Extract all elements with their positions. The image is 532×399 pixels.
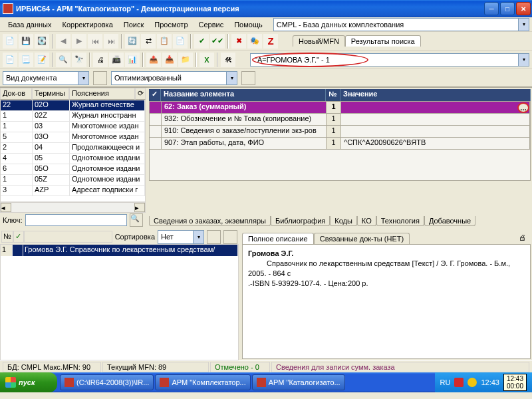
dict-row[interactable]: 105ZОднотомное издани (1, 175, 145, 186)
checks-icon[interactable]: ✔✔ (210, 34, 225, 49)
save-icon[interactable]: 💾 (19, 34, 33, 49)
dict-row[interactable]: 204Продолжающееся и (1, 143, 145, 154)
menu-database[interactable]: База данных (3, 19, 57, 30)
section-tab[interactable]: Технология (376, 216, 424, 226)
prev-icon[interactable]: ◀ (56, 34, 70, 49)
search-query-box[interactable]: "A=ГРОМОВА Э.Г." - 1 (250, 53, 529, 66)
dict-row[interactable]: 103Многотомное издан (1, 122, 145, 132)
paste-icon[interactable]: 📄 (173, 34, 188, 49)
chevron-down-icon[interactable] (193, 231, 203, 243)
z-icon[interactable]: Z (263, 34, 278, 49)
section-tab[interactable]: КО (357, 216, 376, 226)
field-row[interactable]: 62: Заказ (суммарный)1 (150, 102, 530, 114)
optimized-button[interactable] (241, 71, 255, 85)
section-tab[interactable]: Добавочные (424, 216, 475, 226)
dict-hscroll[interactable]: ◂ ▸ (0, 202, 146, 213)
menu-service[interactable]: Сервис (194, 19, 229, 30)
dict-row[interactable]: 605OОднотомное издани (1, 164, 145, 175)
view-doc-combo[interactable]: Вид документа (3, 71, 89, 85)
fields-col-value[interactable]: Значение (340, 89, 531, 101)
search2-icon[interactable]: 🔍 (56, 53, 70, 67)
report-icon[interactable]: 📊 (125, 53, 140, 67)
chevron-down-icon[interactable] (518, 54, 529, 66)
section-tab[interactable]: Коды (330, 216, 357, 226)
dict-col-terms[interactable]: Термины (32, 88, 69, 100)
system-tray[interactable]: RU 12:43 12:43 00:00 (435, 372, 532, 392)
dictionary-body[interactable]: 2202OЖурнал отечестве102ZЖурнал иностран… (0, 100, 146, 202)
ellipsis-button[interactable]: … (517, 102, 529, 113)
key-search-button[interactable]: 🔍 (130, 213, 143, 227)
close-button[interactable]: ✕ (516, 2, 531, 15)
dict-row[interactable]: 102ZЖурнал иностранн (1, 111, 145, 122)
printq-icon[interactable]: 📠 (109, 53, 124, 67)
first-icon[interactable]: ⏮ (88, 34, 102, 49)
fields-col-name[interactable]: Название элемента (161, 89, 326, 101)
minimize-button[interactable]: ─ (484, 2, 499, 15)
section-tab[interactable]: Сведения о заказах, экземпляры (149, 216, 271, 226)
doc1-icon[interactable]: 📄 (3, 53, 17, 67)
chevron-down-icon[interactable] (78, 72, 88, 84)
dict-col-expl[interactable]: Пояснения (69, 88, 135, 100)
scroll-right-icon[interactable]: ▸ (134, 203, 145, 212)
export-icon[interactable]: 📤 (146, 53, 161, 67)
section-tab[interactable]: Библиография (271, 216, 330, 226)
delete-icon[interactable]: ✖ (231, 34, 246, 49)
dict-col-count[interactable]: Док-ов (0, 88, 32, 100)
field-row[interactable]: 910: Сведения о заказе/поступлении экз-р… (150, 126, 530, 138)
refresh-icon[interactable]: 🔄 (125, 34, 140, 49)
taskbar-task[interactable]: (C:\IR64-2008(3))\IR... (60, 374, 154, 390)
res-col-n[interactable]: № (1, 231, 13, 243)
dict-row[interactable]: 405Однотомное издани (1, 154, 145, 164)
field-row[interactable]: 907: Этап работы, дата, ФИО1^CПК^A200906… (150, 138, 530, 150)
doc2-icon[interactable]: 📃 (19, 53, 33, 67)
next-icon[interactable]: ▶ (72, 34, 86, 49)
fields-body[interactable]: 62: Заказ (суммарный)1932: Обозначение и… (149, 101, 531, 181)
tray-shield-icon[interactable] (454, 378, 464, 387)
tray-lang[interactable]: RU (440, 378, 451, 386)
dict-refresh-icon[interactable]: ⟳ (135, 88, 146, 100)
tab-new-mfn[interactable]: Новый/MFN (293, 35, 345, 47)
save-all-icon[interactable]: 💽 (35, 34, 49, 49)
menu-search[interactable]: Поиск (118, 19, 149, 30)
fields-col-num[interactable]: № (326, 89, 340, 101)
import-icon[interactable]: 📥 (162, 53, 177, 67)
field-row[interactable]: 932: Обозначение и № Тома (копирование)1 (150, 114, 530, 126)
folder-icon[interactable]: 📁 (178, 53, 193, 67)
tray-time[interactable]: 12:43 (481, 378, 499, 386)
menu-help[interactable]: Помощь (229, 19, 268, 30)
maximize-button[interactable]: □ (500, 2, 515, 15)
check-icon[interactable]: ✔ (194, 34, 209, 49)
sort-asc-button[interactable] (207, 230, 221, 244)
dict-row[interactable]: 3AZPАдресат подписки г (1, 186, 145, 196)
menu-view[interactable]: Просмотр (149, 19, 193, 30)
new-icon[interactable]: 📄 (3, 34, 17, 49)
start-button[interactable]: пуск (0, 372, 57, 392)
sort-desc-button[interactable] (223, 230, 237, 244)
settings-icon[interactable]: 🛠 (221, 53, 235, 67)
menu-correction[interactable]: Корректировка (57, 19, 118, 30)
binoc-icon[interactable]: 🔭 (72, 53, 86, 67)
optimized-combo[interactable]: Оптимизированный (111, 71, 237, 85)
scroll-left-icon[interactable]: ◂ (1, 203, 11, 212)
copy-icon[interactable]: 📋 (157, 34, 172, 49)
last-icon[interactable]: ⏭ (104, 34, 118, 49)
viewdoc-button[interactable] (93, 71, 107, 85)
arrows-icon[interactable]: ⇄ (141, 34, 156, 49)
res-col-check[interactable]: ✓ (13, 231, 24, 243)
taskbar-task[interactable]: АРМ "Каталогизато... (252, 374, 345, 390)
print-desc-icon[interactable]: 🖨 (519, 233, 531, 244)
chevron-down-icon[interactable] (226, 72, 237, 84)
notes-icon[interactable]: 📝 (35, 53, 49, 67)
database-select[interactable]: CMPL - База данных комплектования (273, 18, 529, 31)
sort-combo[interactable]: Нет (158, 230, 204, 244)
result-row[interactable]: 1Громова Э.Г. Справочник по лекарственны… (1, 245, 238, 256)
tab-linked-docs[interactable]: Связанные док-ты (НЕТ) (314, 233, 410, 244)
tab-search-results[interactable]: Результаты поиска (345, 35, 421, 47)
dict-row[interactable]: 2202OЖурнал отечестве (1, 100, 145, 111)
dict-row[interactable]: 503OМноготомное издан (1, 132, 145, 143)
results-list[interactable]: 1Громова Э.Г. Справочник по лекарственны… (0, 244, 239, 360)
key-input[interactable] (25, 214, 127, 226)
tray-sound-icon[interactable] (467, 378, 477, 387)
mask-icon[interactable]: 🎭 (247, 34, 262, 49)
tab-full-desc[interactable]: Полное описание (242, 233, 314, 244)
